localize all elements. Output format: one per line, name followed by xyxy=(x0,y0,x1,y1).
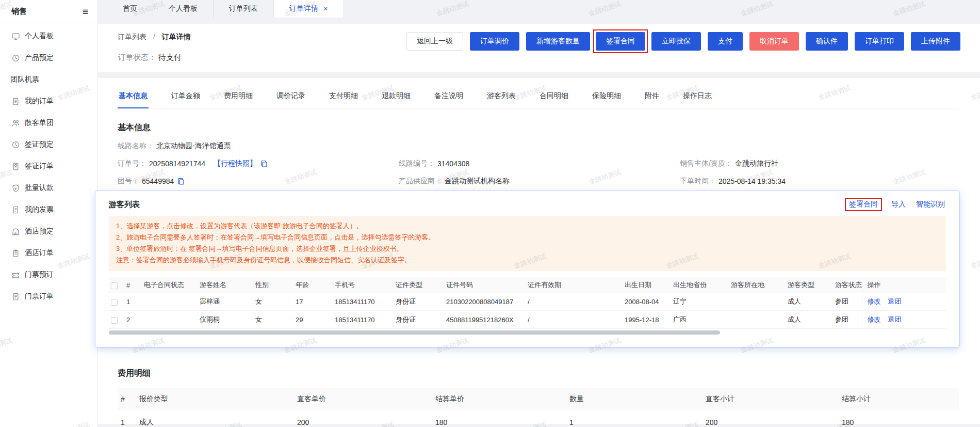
table-cell: 宓梓涵 xyxy=(198,293,253,311)
route-name-value: 北京动物园-海洋馆通票 xyxy=(156,141,231,151)
quit-group-link[interactable]: 退团 xyxy=(888,315,902,323)
sidebar-item-team-flight[interactable]: 团队机票 xyxy=(0,69,97,90)
sign-contract-notice: 1、选择某游客，点击修改，设置为游客代表（该游客即:旅游电子合同的签署人）。2、… xyxy=(109,216,946,271)
fee-column-header: 结算小计 xyxy=(839,388,959,410)
basic-info-title: 基本信息 xyxy=(118,122,959,133)
table-cell: / xyxy=(526,293,623,311)
tab-insurance-detail[interactable]: 保险明细 xyxy=(591,88,622,108)
button-wrap: 上传附件 xyxy=(910,31,961,52)
top-tab-home[interactable]: 首页 xyxy=(107,0,153,18)
table-cell: 仪雨桐 xyxy=(198,311,253,329)
select-all-checkbox[interactable] xyxy=(111,282,118,289)
pay-button[interactable]: 支付 xyxy=(708,32,743,51)
table-cell: 210302200808049187 xyxy=(444,293,526,311)
table-cell: 女 xyxy=(253,293,293,311)
fee-cell: 180 xyxy=(839,410,959,427)
sign-contract-button[interactable]: 签署合同 xyxy=(596,32,645,51)
sign-contract-link[interactable]: 签署合同 xyxy=(849,200,878,209)
sidebar-item-ticket-booking[interactable]: 门票预订 xyxy=(0,264,97,286)
top-tab-order-list[interactable]: 订单列表 xyxy=(214,0,274,18)
tab-refund-detail[interactable]: 退款明细 xyxy=(381,88,412,108)
quit-group-link[interactable]: 退团 xyxy=(888,297,902,305)
back-button[interactable]: 返回上一级 xyxy=(406,32,463,51)
upload-attachment-button[interactable]: 上传附件 xyxy=(911,32,960,51)
tab-order-amount[interactable]: 订单金额 xyxy=(170,88,201,108)
page-header: 订单列表 / 订单详情 订单状态：待支付 返回上一级订单调价新增游客数量签署合同… xyxy=(98,24,980,72)
shield-icon xyxy=(11,184,20,192)
top-tab-personal-dashboard[interactable]: 个人看板 xyxy=(153,0,214,18)
breadcrumb-parent[interactable]: 订单列表 xyxy=(118,33,146,41)
tourist-table: #电子合同状态游客姓名性别年龄手机号证件类型证件号码证件有效期出生日期出生地省份… xyxy=(109,277,946,329)
row-checkbox[interactable] xyxy=(111,299,118,306)
sidebar-item-batch-payment[interactable]: 批量认款 xyxy=(0,177,97,199)
collapse-menu-icon[interactable]: ≡ xyxy=(83,7,88,17)
column-header: 证件类型 xyxy=(394,277,444,293)
sidebar-item-hotel-orders[interactable]: 酒店订单 xyxy=(0,242,97,264)
row-checkbox[interactable] xyxy=(111,317,118,324)
order-no-label: 订单号： xyxy=(118,159,146,168)
annotation-box: 签署合同 xyxy=(593,29,648,53)
fee-column-header: 数量 xyxy=(566,388,703,410)
sidebar-item-label: 酒店订单 xyxy=(25,248,54,258)
tab-tourist-list[interactable]: 游客列表 xyxy=(486,88,517,108)
fee-cell: 200 xyxy=(294,410,432,427)
tab-operation-log[interactable]: 操作日志 xyxy=(682,88,713,108)
table-cell: / xyxy=(526,311,623,329)
fee-column-header: 报价类型 xyxy=(136,388,294,410)
column-header: 游客类型 xyxy=(786,277,833,293)
tourist-list-panel: 游客列表 签署合同导入智能识别 1、选择某游客，点击修改，设置为游客代表（该游客… xyxy=(95,191,959,347)
horizontal-scrollbar xyxy=(109,330,946,335)
tab-close-icon[interactable]: × xyxy=(323,5,328,13)
sidebar-item-hotel-booking[interactable]: 酒店预定 xyxy=(0,220,97,242)
tab-attachment[interactable]: 附件 xyxy=(644,88,660,108)
copy-icon[interactable] xyxy=(260,160,268,167)
sidebar-item-my-invoices[interactable]: 我的发票 xyxy=(0,199,97,220)
sidebar-item-visa-orders[interactable]: 签证订单 xyxy=(0,155,97,177)
sidebar-item-fit-single-group[interactable]: 散客单团 xyxy=(0,112,97,134)
column-header: 性别 xyxy=(253,277,293,293)
tab-contract-detail[interactable]: 合同明细 xyxy=(538,88,569,108)
table-cell: 参团 xyxy=(833,293,862,311)
import-link[interactable]: 导入 xyxy=(891,200,906,209)
sidebar-header: 销售 ≡ xyxy=(0,0,97,22)
route-name-label: 线路名称： xyxy=(118,141,154,151)
supplier-field: 产品供应商： 金跳动测试机构名称 xyxy=(399,177,680,186)
column-header: 游客所在地 xyxy=(729,277,786,293)
insure-now-button[interactable]: 立即投保 xyxy=(651,32,701,51)
sidebar-item-product-booking[interactable]: 产品预定 xyxy=(0,47,97,69)
group-no-field: 团号： 65449984 xyxy=(118,177,399,186)
scrollbar-thumb[interactable] xyxy=(109,330,720,335)
copy-icon[interactable] xyxy=(177,178,185,185)
tab-remarks[interactable]: 备注说明 xyxy=(433,88,464,108)
sidebar-item-visa-booking[interactable]: 签证预定 xyxy=(0,134,97,155)
sidebar-item-label: 酒店预定 xyxy=(25,227,54,236)
smart-recognition-link[interactable]: 智能识别 xyxy=(916,200,945,209)
cancel-order-button[interactable]: 取消订单 xyxy=(749,32,799,51)
confirmation-button[interactable]: 确认件 xyxy=(806,32,848,51)
button-wrap: 立即投保 xyxy=(650,31,702,52)
tab-fee-detail[interactable]: 费用明细 xyxy=(223,88,254,108)
table-row: 1宓梓涵女1718513411170身份证210302200808049187/… xyxy=(109,293,946,311)
fee-cell: 1 xyxy=(566,410,703,427)
tab-reprice-record[interactable]: 调价记录 xyxy=(275,88,306,108)
sidebar-item-my-orders[interactable]: 我的订单 xyxy=(0,90,97,112)
group-no-value: 65449984 xyxy=(142,177,174,185)
tab-basic-info[interactable]: 基本信息 xyxy=(118,88,149,108)
modify-link[interactable]: 修改 xyxy=(868,297,881,305)
table-cell: 18513411170 xyxy=(333,293,394,311)
order-print-button[interactable]: 订单打印 xyxy=(855,32,904,51)
sidebar-item-personal-dashboard[interactable]: 个人看板 xyxy=(0,25,97,47)
order-reprice-button[interactable]: 订单调价 xyxy=(470,32,519,51)
itinerary-snapshot-link[interactable]: 【行程快照】 xyxy=(214,159,257,168)
tourist-list-header: 游客列表 签署合同导入智能识别 xyxy=(109,191,946,211)
modify-link[interactable]: 修改 xyxy=(868,315,881,323)
document-icon xyxy=(11,97,20,105)
column-header: 游客姓名 xyxy=(198,277,253,293)
order-status: 订单状态：待支付 xyxy=(118,53,960,62)
sidebar-item-ticket-orders[interactable]: 门票订单 xyxy=(0,286,97,307)
tab-payment-detail[interactable]: 支付明细 xyxy=(328,88,359,108)
add-tourist-count-button[interactable]: 新增游客数量 xyxy=(526,32,590,51)
invoice-icon xyxy=(11,205,20,214)
info-row: 订单号： 20250814921744 【行程快照】 线路编号： 3140430… xyxy=(118,159,959,168)
top-tab-order-detail[interactable]: 订单详情× xyxy=(274,0,343,18)
